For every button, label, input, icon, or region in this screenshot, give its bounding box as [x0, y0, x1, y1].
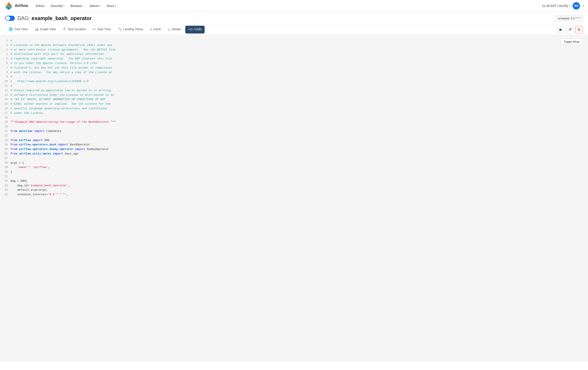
brand-text: Airflow [15, 3, 28, 8]
code-line-7: # "License"); you may not use this file … [10, 66, 583, 70]
task-duration-icon: ⏱ [63, 27, 66, 31]
security-chevron-icon: ▾ [63, 5, 64, 7]
time-chevron-icon: ▾ [569, 5, 570, 7]
code-line-31 [10, 174, 583, 179]
user-avatar[interactable]: RH [573, 2, 580, 10]
code-line-23: from airflow import DAG [10, 138, 583, 143]
code-area: Toggle Wrap 12345 678910 1112131415 1617… [0, 35, 588, 361]
code-line-25: from airflow.operators.dummy_operator im… [10, 147, 583, 152]
delete-button[interactable]: 🗑 [575, 26, 583, 33]
code-line-30: } [10, 170, 583, 174]
tabs-right: ▶ ↺ 🗑 [557, 26, 583, 33]
dag-toggle[interactable] [5, 16, 15, 21]
navbar-right: 21:30 EDT (-04:00) ▾ RH ▾ [542, 2, 584, 10]
tab-details[interactable]: △ Details [164, 24, 184, 35]
code-line-27 [10, 156, 583, 161]
play-button[interactable]: ▶ [557, 26, 565, 33]
details-icon: △ [168, 27, 170, 31]
code-line-19: """Example DAG demonstrating the usage o… [10, 120, 583, 124]
code-line-17: # under the License. [10, 111, 583, 116]
code-line-34: default_args=args, [10, 188, 583, 192]
code-line-20 [10, 124, 583, 129]
code-line-2: # Licensed to the Apache Software Founda… [10, 43, 583, 48]
tab-gantt[interactable]: ≡ Gantt [147, 24, 164, 35]
tab-task-tries[interactable]: ↩ Task Tries [90, 24, 114, 35]
line-numbers: 12345 678910 1112131415 1617181920 21222… [0, 35, 10, 361]
dag-header: DAG: example_bash_operator schedule: 0 0… [0, 12, 588, 24]
code-line-3: # or more contributor license agreements… [10, 48, 583, 52]
code-line-35: schedule_interval='0 0 * * *', [10, 192, 583, 197]
code-line-16: # specific language governing permission… [10, 106, 583, 111]
browse-chevron-icon: ▾ [82, 5, 83, 7]
code-line-6: # to you under the Apache License, Versi… [10, 61, 583, 66]
code-line-9: # [10, 75, 583, 79]
airflow-logo-icon [4, 1, 13, 10]
nav-item-browse[interactable]: Browse ▾ [68, 3, 86, 9]
code-line-8: # with the License. You may obtain a cop… [10, 70, 583, 75]
code-line-18 [10, 116, 583, 120]
gantt-icon: ≡ [150, 27, 152, 31]
code-line-12: # Unless required by applicable law or a… [10, 88, 583, 93]
task-tries-icon: ↩ [93, 27, 96, 31]
tab-landing-times[interactable]: 📉 Landing Times [114, 24, 147, 35]
code-line-13: # software distributed under the License… [10, 93, 583, 98]
code-line-26: from airflow.utils.dates import days_ago [10, 152, 583, 156]
nav-item-admin[interactable]: Admin ▾ [87, 3, 103, 9]
code-line-24: from airflow.operators.bash import BashO… [10, 142, 583, 147]
dag-title: DAG: example_bash_operator [17, 15, 92, 21]
code-line-11: # [10, 84, 583, 88]
code-line-33: dag_id='example_bash_operator', [10, 184, 583, 188]
landing-times-icon: 📉 [118, 27, 122, 31]
nav-items: DAGs Security ▾ Browse ▾ Admin ▾ Docs ▾ [33, 3, 119, 9]
code-line-32: dag = DAG( [10, 179, 583, 184]
code-content: # # Licensed to the Apache Software Foun… [10, 35, 588, 361]
code-line-5: # regarding copyright ownership. The ASF… [10, 57, 583, 61]
code-line-14: # "AS IS" BASIS, WITHOUT WARRANTIES OR C… [10, 97, 583, 102]
code-icon: </> [188, 27, 193, 31]
user-chevron-icon: ▾ [583, 5, 584, 7]
code-line-29: 'owner': 'airflow', [10, 165, 583, 170]
admin-chevron-icon: ▾ [100, 5, 101, 7]
code-line-10: # http://www.apache.org/licenses/LICENSE… [10, 79, 583, 84]
tabs-bar: 🌐 Tree View 📊 Graph View ⏱ Task Duration… [0, 24, 588, 35]
graph-view-icon: 📊 [35, 27, 39, 31]
tab-tree-view[interactable]: 🌐 Tree View [5, 24, 31, 35]
code-line-4: # distributed with this work for additio… [10, 52, 583, 57]
dag-title-row: DAG: example_bash_operator [5, 15, 92, 21]
code-line-1: # [10, 39, 583, 43]
nav-item-docs[interactable]: Docs ▾ [104, 3, 119, 9]
schedule-badge: schedule: 0 0 * * * [556, 16, 583, 21]
nav-item-dags[interactable]: DAGs [33, 3, 47, 9]
tree-view-icon: 🌐 [9, 27, 13, 31]
tab-code[interactable]: </> Code [185, 26, 205, 33]
brand[interactable]: Airflow [4, 1, 28, 10]
tabs-left: 🌐 Tree View 📊 Graph View ⏱ Task Duration… [5, 24, 206, 35]
tab-task-duration[interactable]: ⏱ Task Duration [59, 24, 90, 35]
code-line-22 [10, 134, 583, 138]
code-line-15: # KIND, either express or implied. See t… [10, 102, 583, 106]
docs-chevron-icon: ▾ [115, 5, 116, 7]
nav-item-security[interactable]: Security ▾ [48, 3, 67, 9]
navbar: Airflow DAGs Security ▾ Browse ▾ Admin ▾… [0, 0, 588, 12]
code-line-21: from datetime import timedelta [10, 129, 583, 134]
time-display: 21:30 EDT (-04:00) ▾ [542, 4, 570, 8]
code-line-28: args = { [10, 161, 583, 165]
tab-graph-view[interactable]: 📊 Graph View [31, 24, 59, 35]
toggle-wrap-button[interactable]: Toggle Wrap [560, 39, 583, 45]
refresh-button[interactable]: ↺ [566, 26, 574, 33]
